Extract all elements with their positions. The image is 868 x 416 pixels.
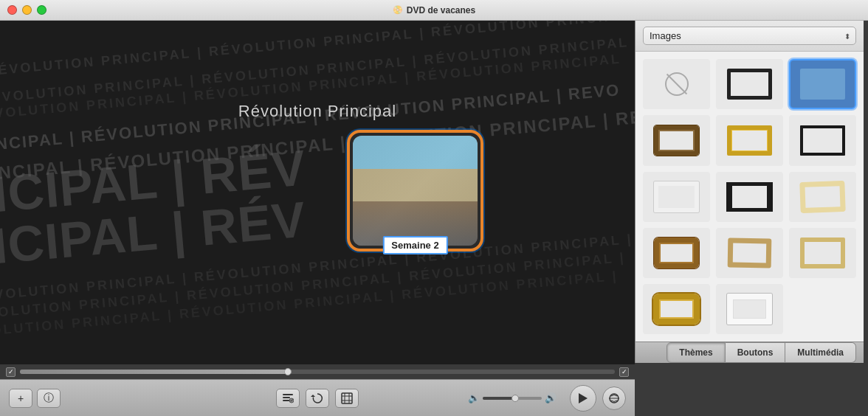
fullscreen-button[interactable]: [602, 386, 626, 410]
toolbar-left-group: + ⓘ: [9, 389, 61, 408]
progress-start-checkbox[interactable]: ✓: [6, 367, 16, 377]
wood-frame-border: [654, 238, 699, 268]
volume-min-icon: 🔈: [468, 392, 480, 403]
frames-grid: [636, 52, 864, 342]
frame-white[interactable]: [643, 172, 710, 222]
minimize-button[interactable]: [22, 5, 32, 15]
bottom-right-panel: Thèmes Boutons Multimédia: [635, 342, 864, 363]
fit-icon: [340, 392, 354, 405]
tab-boutons[interactable]: Boutons: [726, 342, 786, 363]
window-icon: 📀: [393, 5, 403, 15]
progress-thumb[interactable]: [284, 368, 292, 375]
bottom-toolbar: + ⓘ: [0, 379, 635, 416]
tab-multimedia[interactable]: Multimédia: [785, 342, 856, 363]
progress-area: ✓ ✓: [0, 364, 635, 379]
black-wide-outer: [726, 182, 773, 212]
window-title: DVD de vacanes: [407, 5, 475, 15]
toolbar-right-group: 🔈 🔊: [468, 385, 626, 412]
images-dropdown[interactable]: Images Cadres Backgrounds: [643, 27, 856, 45]
menu-title: Révolution Principal: [0, 102, 635, 121]
progress-fill: [20, 370, 288, 374]
frame-dark-slim[interactable]: [789, 115, 856, 165]
close-button[interactable]: [7, 5, 17, 15]
cream-frame-border: [799, 181, 845, 213]
bg-text-layer: RÉVOLUTION PRINCIPAL | RÉVOLUTION PRINCI…: [0, 21, 635, 364]
frame-black-wide[interactable]: [716, 172, 783, 222]
blue-frame-inner: [800, 69, 845, 100]
chapter-button[interactable]: Semaine 2: [347, 130, 483, 252]
volume-area: 🔈 🔊: [468, 392, 557, 403]
menu-icon: [282, 393, 294, 403]
panel-header: Images Cadres Backgrounds ⬍: [636, 21, 864, 52]
frame-ornate-brown[interactable]: [643, 115, 710, 165]
play-button[interactable]: [570, 385, 596, 412]
dark-slim-border: [800, 125, 845, 156]
tab-themes[interactable]: Thèmes: [666, 342, 725, 363]
progress-end-checkbox[interactable]: ✓: [619, 367, 629, 377]
fit-button[interactable]: [335, 389, 359, 408]
ornate-brown-border: [654, 125, 699, 156]
tan-frame-border: [728, 238, 772, 268]
menu-button[interactable]: [276, 389, 300, 408]
gold-frame-border: [727, 125, 772, 156]
frame-tan[interactable]: [716, 228, 783, 278]
ornate-gold-border: [653, 294, 700, 325]
frame-gold[interactable]: [716, 115, 783, 165]
left-panel: RÉVOLUTION PRINCIPAL | RÉVOLUTION PRINCI…: [0, 21, 635, 416]
toolbar-center-group: [276, 389, 359, 408]
volume-thumb[interactable]: [512, 395, 519, 402]
svg-marker-10: [579, 393, 588, 403]
chapter-label: Semaine 2: [382, 236, 447, 254]
add-button[interactable]: +: [9, 389, 32, 408]
frame-white-wide[interactable]: [716, 284, 783, 334]
frame-light-wood[interactable]: [789, 228, 856, 278]
black-frame-border: [727, 69, 772, 100]
rotate-icon: [311, 392, 324, 405]
chapter-photo: [353, 136, 478, 246]
frame-cream[interactable]: [789, 172, 856, 222]
volume-slider[interactable]: [483, 397, 542, 400]
right-panel: Images Cadres Backgrounds ⬍: [635, 21, 864, 342]
volume-fill: [483, 397, 515, 400]
video-background: RÉVOLUTION PRINCIPAL | RÉVOLUTION PRINCI…: [0, 21, 635, 364]
dropdown-wrapper: Images Cadres Backgrounds ⬍: [643, 27, 856, 45]
info-button[interactable]: ⓘ: [37, 389, 61, 408]
fullscreen-icon: [609, 393, 619, 403]
white-frame-border: [654, 181, 699, 212]
white-wide-border: [727, 294, 772, 325]
black-wide-center: [732, 186, 767, 208]
svg-rect-0: [283, 394, 293, 395]
frame-none[interactable]: [643, 59, 710, 109]
chapter-frame-inner: [353, 136, 478, 246]
maximize-button[interactable]: [37, 5, 46, 15]
none-icon: [665, 72, 689, 96]
video-preview: RÉVOLUTION PRINCIPAL | RÉVOLUTION PRINCI…: [0, 21, 635, 364]
progress-track[interactable]: [20, 370, 615, 374]
frame-wood[interactable]: [643, 228, 710, 278]
window-controls: [7, 5, 46, 15]
tab-group: Thèmes Boutons Multimédia: [666, 342, 856, 363]
light-wood-border: [800, 238, 845, 268]
svg-rect-1: [283, 397, 290, 398]
right-section: Images Cadres Backgrounds ⬍: [635, 21, 864, 416]
frame-black[interactable]: [716, 59, 783, 109]
svg-marker-4: [311, 395, 315, 397]
title-bar: 📀 DVD de vacanes: [0, 0, 868, 21]
chapter-frame: [347, 130, 483, 252]
frame-ornate-gold[interactable]: [643, 284, 710, 334]
rotate-button[interactable]: [306, 389, 329, 408]
play-icon: [579, 393, 588, 403]
frame-blue-selected[interactable]: [789, 59, 856, 109]
main-content: RÉVOLUTION PRINCIPAL | RÉVOLUTION PRINCI…: [0, 21, 868, 416]
svg-rect-5: [342, 393, 352, 403]
volume-max-icon: 🔊: [545, 392, 557, 403]
